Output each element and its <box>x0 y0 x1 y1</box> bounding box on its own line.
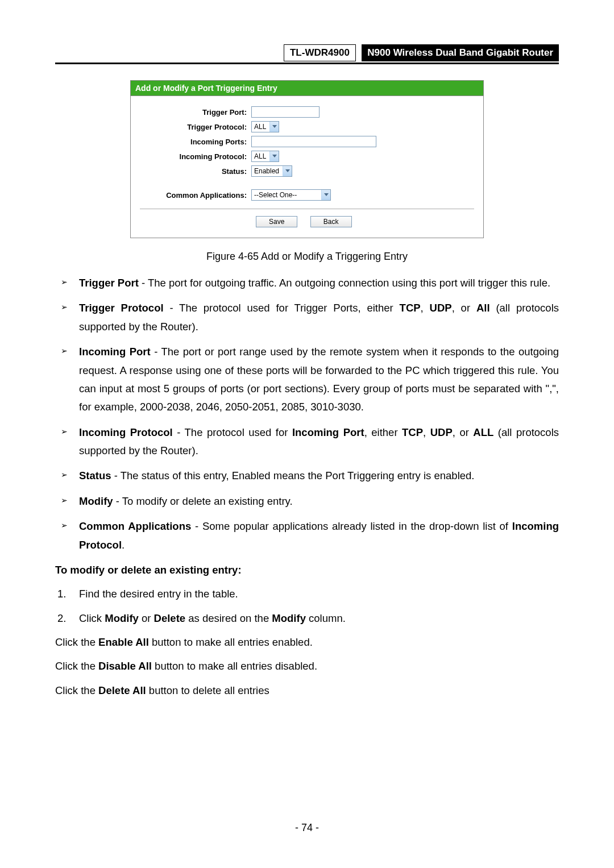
incoming-protocol-select[interactable]: ALL <box>251 151 279 162</box>
status-select[interactable]: Enabled <box>251 165 292 177</box>
bullet-trigger-protocol: Trigger Protocol - The protocol used for… <box>55 299 559 336</box>
page-number: - 74 - <box>0 822 614 834</box>
trigger-port-label: Trigger Port: <box>140 108 251 117</box>
delete-all-para: Click the Delete All button to delete al… <box>55 682 559 700</box>
incoming-ports-label: Incoming Ports: <box>140 138 251 146</box>
chevron-down-icon <box>269 151 279 161</box>
save-button[interactable]: Save <box>256 216 297 227</box>
chevron-down-icon <box>269 122 279 132</box>
figure-caption: Figure 4-65 Add or Modify a Triggering E… <box>55 251 559 263</box>
bullet-incoming-port: Incoming Port - The port or port range u… <box>55 343 559 417</box>
step-2: 2.Click Modify or Delete as desired on t… <box>55 609 559 628</box>
incoming-protocol-value: ALL <box>252 152 269 160</box>
model-number: TL-WDR4900 <box>284 44 356 61</box>
trigger-protocol-value: ALL <box>252 123 269 131</box>
status-label: Status: <box>140 167 251 176</box>
content-body: Trigger Port - The port for outgoing tra… <box>55 274 559 700</box>
bullet-trigger-port: Trigger Port - The port for outgoing tra… <box>55 274 559 292</box>
modify-delete-heading: To modify or delete an existing entry: <box>55 561 559 579</box>
chevron-down-icon <box>321 190 330 200</box>
common-apps-select[interactable]: --Select One-- <box>251 189 331 201</box>
chevron-down-icon <box>283 166 292 176</box>
incoming-ports-input[interactable] <box>251 136 376 147</box>
page-header: TL-WDR4900 N900 Wireless Dual Band Gigab… <box>55 44 559 64</box>
bullet-modify: Modify - To modify or delete an existing… <box>55 492 559 510</box>
back-button[interactable]: Back <box>310 216 352 227</box>
panel-title: Add or Modify a Port Triggering Entry <box>131 81 483 96</box>
bullet-status: Status - The status of this entry, Enabl… <box>55 467 559 485</box>
step-1: 1.Find the desired entry in the table. <box>55 585 559 603</box>
enable-all-para: Click the Enable All button to make all … <box>55 633 559 651</box>
common-apps-label: Common Applications: <box>140 191 251 200</box>
panel-body: Trigger Port: Trigger Protocol: ALL Inco… <box>131 96 483 238</box>
disable-all-para: Click the Disable All button to make all… <box>55 657 559 675</box>
device-title: N900 Wireless Dual Band Gigabit Router <box>362 44 559 61</box>
port-triggering-panel: Add or Modify a Port Triggering Entry Tr… <box>130 80 484 238</box>
common-apps-value: --Select One-- <box>252 191 321 199</box>
bullet-common-apps: Common Applications - Some popular appli… <box>55 517 559 554</box>
bullet-incoming-protocol: Incoming Protocol - The protocol used fo… <box>55 423 559 460</box>
status-value: Enabled <box>252 167 283 175</box>
incoming-protocol-label: Incoming Protocol: <box>140 152 251 161</box>
trigger-port-input[interactable] <box>251 106 320 118</box>
trigger-protocol-label: Trigger Protocol: <box>140 123 251 131</box>
trigger-protocol-select[interactable]: ALL <box>251 121 279 132</box>
